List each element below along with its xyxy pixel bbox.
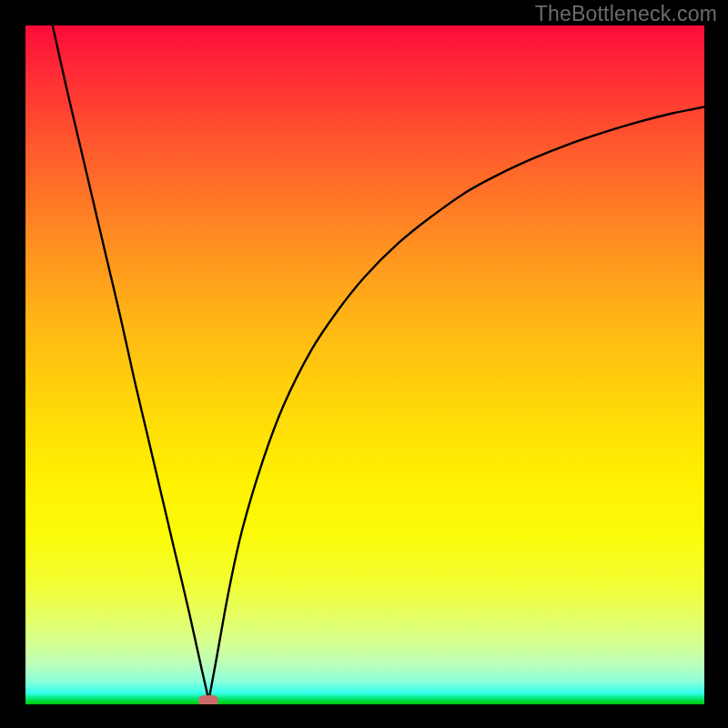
curve-layer (25, 25, 704, 704)
plot-area (25, 25, 704, 704)
chart-frame: TheBottleneck.com (0, 0, 728, 728)
right-branch-curve (208, 107, 704, 701)
left-branch-curve (53, 25, 209, 701)
tip-marker (198, 695, 218, 704)
watermark-text: TheBottleneck.com (535, 2, 717, 26)
